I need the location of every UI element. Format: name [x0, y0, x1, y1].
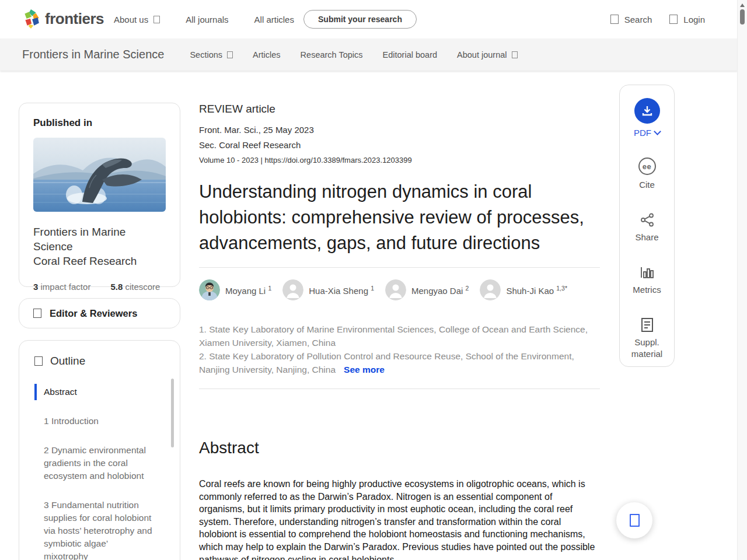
- primary-nav: About us All journals All articles: [114, 0, 294, 38]
- user-icon: [669, 15, 678, 24]
- author-moyang-li[interactable]: Moyang Li 1: [199, 279, 271, 300]
- nav-all-journals[interactable]: All journals: [186, 15, 228, 24]
- chevron-down-icon: [654, 128, 661, 135]
- frontiers-logo[interactable]: frontiers: [22, 9, 104, 29]
- logo-wordmark: frontiers: [45, 10, 104, 28]
- authors-row: Moyang Li 1 Hua-Xia Sheng 1: [199, 279, 600, 300]
- suppl-material-label: Suppl. material: [631, 337, 662, 360]
- breaching-whale-photo[interactable]: [33, 138, 166, 212]
- impact-factor: 3 impact factor: [33, 282, 90, 292]
- divider: [199, 388, 600, 389]
- journal-link[interactable]: Frontiers in Marine Science Coral Reef R…: [33, 225, 166, 268]
- editor-reviewers-label: Editor & Reviewers: [50, 308, 137, 319]
- author-mengyao-dai[interactable]: Mengyao Dai 2: [385, 279, 469, 300]
- quote-icon: ee: [643, 162, 651, 171]
- search-icon: [610, 15, 619, 24]
- cite-label: Cite: [639, 179, 655, 191]
- abstract-heading: Abstract: [199, 439, 600, 457]
- outline-title: Outline: [50, 355, 85, 368]
- share-icon[interactable]: [640, 212, 655, 228]
- author-photo-avatar: [199, 279, 220, 300]
- journal-sub-header: Frontiers in Marine Science Sections Art…: [0, 38, 738, 71]
- scrollbar-thumb[interactable]: [740, 9, 745, 24]
- share-label: Share: [635, 232, 658, 243]
- published-in-title: Published in: [33, 117, 166, 129]
- citescore: 5.8 citescore: [110, 282, 160, 292]
- divider: [199, 267, 600, 268]
- author-placeholder-avatar: [480, 279, 501, 300]
- outline-header: Outline: [34, 355, 168, 368]
- journal-nav: Sections Articles Research Topics Editor…: [190, 50, 517, 60]
- cite-button[interactable]: ee: [638, 158, 656, 175]
- frontiers-logo-icon: [22, 9, 40, 29]
- login-button[interactable]: Login: [669, 15, 705, 24]
- author-name: Shuh-Ji Kao 1,3*: [506, 285, 567, 296]
- browser-scrollbar: [737, 0, 747, 560]
- metrics-label: Metrics: [633, 284, 661, 296]
- journal-nav-articles[interactable]: Articles: [253, 50, 281, 60]
- chevron-down-icon: [512, 51, 518, 58]
- article-page: frontiers About us All journals All arti…: [0, 0, 747, 560]
- outline-scrollbar[interactable]: [171, 379, 174, 447]
- search-button[interactable]: Search: [610, 15, 652, 24]
- article-type-label: REVIEW article: [199, 103, 600, 116]
- article-title: Understanding nitrogen dynamics in coral…: [199, 179, 600, 256]
- journal-link-section: Coral Reef Research: [33, 254, 166, 268]
- list-icon: [34, 356, 43, 366]
- see-more-link[interactable]: See more: [344, 365, 385, 374]
- submit-research-button[interactable]: Submit your research: [303, 10, 417, 29]
- journal-nav-sections[interactable]: Sections: [190, 50, 233, 60]
- pdf-menu[interactable]: PDF: [634, 128, 660, 138]
- author-name: Moyang Li 1: [225, 285, 271, 296]
- citation-line: Front. Mar. Sci., 25 May 2023: [199, 125, 600, 135]
- author-shuh-ji-kao[interactable]: Shuh-Ji Kao 1,3*: [480, 279, 567, 300]
- outline-item-section2[interactable]: 2 Dynamic environmental gradients in the…: [34, 442, 153, 484]
- download-pdf-button[interactable]: [634, 98, 660, 124]
- download-icon: [641, 105, 653, 117]
- abstract-paragraph: Coral reefs are known for being highly p…: [199, 478, 600, 560]
- article-main: REVIEW article Front. Mar. Sci., 25 May …: [199, 103, 600, 560]
- outline-item-introduction[interactable]: 1 Introduction: [34, 413, 153, 429]
- chat-icon: [630, 514, 640, 527]
- chat-help-floating-button[interactable]: [616, 502, 652, 538]
- affiliation-2: 2. State Key Laboratory of Pollution Con…: [199, 349, 600, 376]
- published-in-card: Published in: [19, 103, 180, 287]
- header-utilities: Search Login: [610, 0, 705, 38]
- journal-home-link[interactable]: Frontiers in Marine Science: [22, 48, 164, 61]
- affiliations: 1. State Key Laboratory of Marine Enviro…: [199, 323, 600, 376]
- nav-about-us[interactable]: About us: [114, 15, 160, 24]
- author-hua-xia-sheng[interactable]: Hua-Xia Sheng 1: [282, 279, 374, 300]
- affiliation-1: 1. State Key Laboratory of Marine Enviro…: [199, 323, 600, 349]
- article-actions-rail: PDF ee Cite Share Metrics Suppl. materia…: [619, 85, 675, 367]
- journal-nav-editorial-board[interactable]: Editorial board: [383, 50, 438, 60]
- chevron-down-icon: [227, 51, 233, 58]
- document-icon[interactable]: [640, 317, 654, 332]
- journal-nav-about-journal[interactable]: About journal: [457, 50, 517, 60]
- bar-chart-icon[interactable]: [640, 265, 655, 280]
- journal-link-name: Frontiers in Marine Science: [33, 225, 166, 254]
- volume-doi-line: Volume 10 - 2023 | https://doi.org/10.33…: [199, 156, 600, 164]
- people-icon: [33, 309, 41, 318]
- section-line: Sec. Coral Reef Research: [199, 140, 600, 150]
- journal-metrics: 3 impact factor 5.8 citescore: [33, 282, 166, 292]
- author-placeholder-avatar: [282, 279, 303, 300]
- outline-item-abstract[interactable]: Abstract: [34, 384, 153, 400]
- nav-all-articles[interactable]: All articles: [254, 15, 294, 24]
- author-placeholder-avatar: [385, 279, 406, 300]
- scroll-up-arrow-icon[interactable]: [740, 4, 745, 7]
- outline-item-section3[interactable]: 3 Fundamental nutrition supplies for cor…: [34, 497, 153, 560]
- author-name: Mengyao Dai 2: [411, 285, 469, 296]
- journal-nav-research-topics[interactable]: Research Topics: [301, 50, 363, 60]
- author-name: Hua-Xia Sheng 1: [309, 285, 374, 296]
- chevron-down-icon: [153, 16, 160, 23]
- outline-list: Abstract 1 Introduction 2 Dynamic enviro…: [34, 384, 153, 560]
- outline-card: Outline Abstract 1 Introduction 2 Dynami…: [19, 340, 180, 560]
- editor-reviewers-card[interactable]: Editor & Reviewers: [19, 298, 180, 328]
- top-header: frontiers About us All journals All arti…: [0, 0, 738, 38]
